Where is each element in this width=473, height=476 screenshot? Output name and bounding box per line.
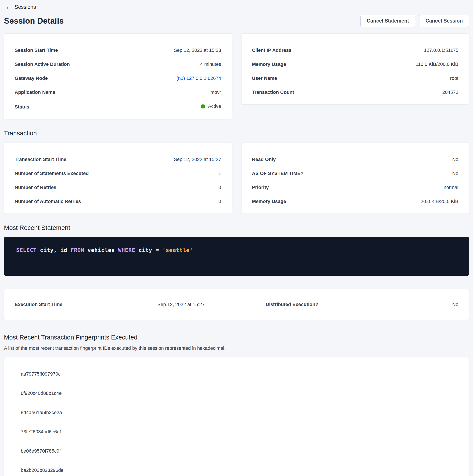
cancel-statement-button[interactable]: Cancel Statement xyxy=(360,15,415,27)
row-value: Sep 12, 2022 at 15:23 xyxy=(174,48,221,53)
row-label: Number of Statements Executed xyxy=(15,171,89,176)
sql-identifier: city, id xyxy=(40,247,71,253)
distributed-execution-label: Distributed Execution? xyxy=(236,302,347,307)
back-to-sessions-link[interactable]: ← Sessions xyxy=(4,3,36,10)
statements-executed-row: Number of Statements Executed 1 xyxy=(15,167,221,180)
row-label: Number of Retries xyxy=(15,185,56,190)
row-label: Gateway Node xyxy=(15,75,48,81)
sql-keyword: SELECT xyxy=(16,247,40,253)
transaction-section-heading: Transaction xyxy=(4,130,469,137)
status-row: Status Active xyxy=(15,99,221,114)
back-link-label: Sessions xyxy=(15,4,36,10)
fingerprints-section-heading: Most Recent Transaction Fingerprints Exe… xyxy=(4,334,469,341)
client-ip-row: Client IP Address 127.0.0.1:51175 xyxy=(252,43,458,57)
header-actions: Cancel Statement Cancel Session xyxy=(360,15,469,27)
application-name-row: Application Name movr xyxy=(15,85,221,99)
fingerprint-list-item: be06e9570f785c9f xyxy=(21,442,458,461)
fingerprint-list-item: ba2b203b823296de xyxy=(21,461,458,476)
sql-operator: = xyxy=(156,247,163,253)
fingerprint-list-item: 8f920c40d88b1c4e xyxy=(21,384,458,403)
session-active-duration-row: Session Active Duration 4 minutes xyxy=(15,57,221,71)
cancel-session-button[interactable]: Cancel Session xyxy=(419,15,469,27)
memory-usage-row: Memory Usage 110.0 KiB/200.0 KiB xyxy=(252,57,458,71)
sql-keyword: WHERE xyxy=(118,247,139,253)
fingerprint-list-item: 8d4ae61a5fb3ce2a xyxy=(21,403,458,422)
status-active-dot-icon xyxy=(201,104,205,108)
status-value: Active xyxy=(201,103,221,109)
gateway-node-link[interactable]: (n1) 127.0.0.1:62674 xyxy=(176,75,221,81)
row-label: AS OF SYSTEM TIME? xyxy=(252,171,304,176)
row-value: 1 xyxy=(218,171,221,176)
sql-identifier: vehicles xyxy=(88,247,118,253)
session-details-card-left: Session Start Time Sep 12, 2022 at 15:23… xyxy=(4,34,232,119)
row-label: Application Name xyxy=(15,89,55,95)
row-value: 127.0.0.1:51175 xyxy=(424,48,458,53)
execution-start-time-value: Sep 12, 2022 at 15:27 xyxy=(126,302,237,307)
priority-row: Priority normal xyxy=(252,180,458,194)
retries-row: Number of Retries 0 xyxy=(15,180,221,194)
status-badge: Active xyxy=(208,103,221,109)
row-value: 110.0 KiB/200.0 KiB xyxy=(416,61,458,67)
sql-string-literal: 'seattle' xyxy=(163,247,193,253)
automatic-retries-row: Number of Automatic Retries 0 xyxy=(15,194,221,208)
fingerprints-description: A list of the most recent transaction fi… xyxy=(4,345,469,351)
fingerprint-list-item: 73fe26034bd6e6c1 xyxy=(21,422,458,442)
row-label: Number of Automatic Retries xyxy=(15,199,81,204)
row-value: 204572 xyxy=(442,89,458,95)
sql-identifier: city xyxy=(139,247,156,253)
transaction-card-left: Transaction Start Time Sep 12, 2022 at 1… xyxy=(4,143,232,214)
row-label: User Name xyxy=(252,75,277,81)
row-label: Status xyxy=(15,104,29,110)
row-label: Priority xyxy=(252,185,269,190)
row-value: normal xyxy=(444,185,458,190)
back-arrow-icon: ← xyxy=(6,4,12,10)
transaction-start-time-row: Transaction Start Time Sep 12, 2022 at 1… xyxy=(15,153,221,167)
fingerprint-list: aa79775ff097970c 8f920c40d88b1c4e 8d4ae6… xyxy=(21,364,458,476)
row-value: root xyxy=(450,75,458,81)
row-value: 0 xyxy=(218,185,221,190)
transaction-summary-row: Transaction Start Time Sep 12, 2022 at 1… xyxy=(4,143,469,214)
transaction-card-right: Read Only No AS OF SYSTEM TIME? No Prior… xyxy=(241,143,469,214)
row-label: Transaction Start Time xyxy=(15,157,66,162)
user-name-row: User Name root xyxy=(252,71,458,85)
execution-start-time-label: Execution Start Time xyxy=(15,302,126,307)
fingerprints-card: aa79775ff097970c 8f920c40d88b1c4e 8d4ae6… xyxy=(4,357,469,476)
row-label: Session Active Duration xyxy=(15,61,70,67)
session-details-card-right: Client IP Address 127.0.0.1:51175 Memory… xyxy=(241,34,469,104)
row-value: No xyxy=(452,171,458,176)
fingerprint-list-item: aa79775ff097970c xyxy=(21,364,458,384)
distributed-execution-value: No xyxy=(347,302,458,307)
as-of-system-time-row: AS OF SYSTEM TIME? No xyxy=(252,167,458,180)
page-title: Session Details xyxy=(4,17,64,26)
most-recent-statement-heading: Most Recent Statement xyxy=(4,224,469,231)
sql-statement-box: SELECT city, id FROM vehicles WHERE city… xyxy=(4,237,469,276)
txn-memory-usage-row: Memory Usage 20.0 KiB/20.0 KiB xyxy=(252,194,458,208)
page-header: Session Details Cancel Statement Cancel … xyxy=(4,15,469,27)
row-label: Client IP Address xyxy=(252,48,292,53)
row-label: Read Only xyxy=(252,157,276,162)
row-value: No xyxy=(452,157,458,162)
gateway-node-row: Gateway Node (n1) 127.0.0.1:62674 xyxy=(15,71,221,85)
row-label: Memory Usage xyxy=(252,199,286,204)
transaction-count-row: Transaction Count 204572 xyxy=(252,85,458,99)
row-value: movr xyxy=(211,89,221,95)
sql-keyword: FROM xyxy=(71,247,88,253)
row-label: Memory Usage xyxy=(252,61,286,67)
row-value: Sep 12, 2022 at 15:27 xyxy=(174,157,221,162)
session-start-time-row: Session Start Time Sep 12, 2022 at 15:23 xyxy=(15,43,221,57)
row-value: 0 xyxy=(218,199,221,204)
row-value: 4 minutes xyxy=(200,61,221,67)
execution-summary-card: Execution Start Time Sep 12, 2022 at 15:… xyxy=(4,289,469,320)
row-label: Session Start Time xyxy=(15,48,58,53)
session-summary-row: Session Start Time Sep 12, 2022 at 15:23… xyxy=(4,34,469,119)
row-value: 20.0 KiB/20.0 KiB xyxy=(421,199,458,204)
read-only-row: Read Only No xyxy=(252,153,458,167)
row-label: Transaction Count xyxy=(252,89,294,95)
